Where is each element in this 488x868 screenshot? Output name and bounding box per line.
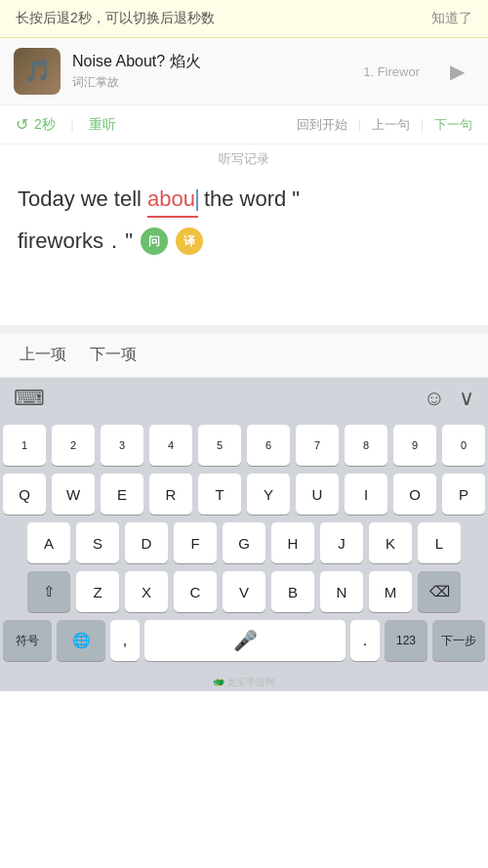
zxcv-row: ⇧ Z X C V B N M ⌫ (3, 571, 485, 612)
dictation-text: Today we tell abou the word " (0, 178, 488, 227)
key-n[interactable]: N (320, 571, 363, 612)
app-icon: 🎵 (14, 48, 61, 95)
word-quote: " (292, 182, 300, 216)
comma-key[interactable]: , (110, 620, 140, 661)
key-e[interactable]: E (101, 474, 143, 515)
return-key[interactable]: 下一步 (432, 620, 485, 661)
key-5[interactable]: 5 (198, 425, 241, 466)
word-we: we (81, 182, 108, 216)
key-k[interactable]: K (369, 522, 412, 563)
key-r[interactable]: R (149, 474, 192, 515)
num-key[interactable]: 123 (385, 620, 427, 661)
word-the: the (204, 182, 234, 216)
key-y[interactable]: Y (247, 474, 290, 515)
chinese-key[interactable]: 🌐 (57, 620, 105, 661)
controls-left: ↺ 2秒 ｜ 重听 (16, 115, 297, 134)
key-d[interactable]: D (125, 522, 168, 563)
key-o[interactable]: O (393, 474, 436, 515)
prev-sentence-button[interactable]: 上一句 (372, 116, 410, 134)
controls-row: ↺ 2秒 ｜ 重听 回到开始 ｜ 上一句 ｜ 下一句 (0, 105, 488, 145)
key-i[interactable]: I (345, 474, 387, 515)
replay-icon: ↺ (16, 115, 28, 134)
key-a[interactable]: A (27, 522, 70, 563)
go-start-button[interactable]: 回到开始 (297, 116, 347, 134)
key-v[interactable]: V (223, 571, 265, 612)
header-title-text: Noise About? 焰火 (72, 53, 201, 69)
key-9[interactable]: 9 (393, 425, 436, 466)
separator1: ｜ (65, 116, 79, 134)
key-l[interactable]: L (418, 522, 461, 563)
collapse-keyboard-icon[interactable]: ∨ (459, 386, 474, 411)
number-row: 1 2 3 4 5 6 7 8 9 0 (3, 425, 485, 466)
header-title: Noise About? 焰火 (72, 52, 240, 72)
banner-text: 长按后退2秒，可以切换后退秒数 (16, 10, 215, 27)
key-s[interactable]: S (76, 522, 119, 563)
word-tell: tell (114, 182, 142, 216)
question-button[interactable]: 问 (141, 227, 168, 255)
keyboard-toolbar: ⌨ ☺ ∨ (0, 378, 488, 419)
second-line: fireworks . " 问 译 (0, 227, 488, 255)
watermark-text: 龙宝手游网 (226, 677, 275, 687)
punct-period: . (111, 228, 117, 254)
key-8[interactable]: 8 (345, 425, 387, 466)
word-fireworks: fireworks (18, 228, 103, 254)
word-today: Today (18, 182, 75, 216)
emoji-icon[interactable]: ☺ (424, 386, 445, 411)
punct-quote: " (125, 228, 133, 254)
key-h[interactable]: H (271, 522, 314, 563)
asdf-row: A S D F G H J K L (3, 522, 485, 563)
period-key[interactable]: . (350, 620, 380, 661)
key-m[interactable]: M (369, 571, 412, 612)
key-b[interactable]: B (271, 571, 314, 612)
key-6[interactable]: 6 (247, 425, 290, 466)
keyboard: 1 2 3 4 5 6 7 8 9 0 Q W E R T Y U I O P … (0, 419, 488, 673)
watermark-icon: 🐲 (213, 677, 224, 687)
key-u[interactable]: U (296, 474, 339, 515)
next-sentence-button[interactable]: 下一句 (434, 116, 472, 134)
prev-item-button[interactable]: 上一项 (20, 345, 66, 365)
next-item-button[interactable]: 下一项 (90, 345, 137, 365)
track-label: 1. Firewor (252, 64, 427, 79)
key-q[interactable]: Q (3, 474, 46, 515)
nav-row: 上一项 下一项 (0, 333, 488, 378)
top-banner: 长按后退2秒，可以切换后退秒数 知道了 (0, 0, 488, 38)
key-p[interactable]: P (442, 474, 485, 515)
key-c[interactable]: C (174, 571, 217, 612)
key-0[interactable]: 0 (442, 425, 485, 466)
keyboard-icon[interactable]: ⌨ (14, 386, 45, 411)
controls-right: 回到开始 ｜ 上一句 ｜ 下一句 (297, 116, 472, 134)
key-z[interactable]: Z (76, 571, 119, 612)
shift-key[interactable]: ⇧ (27, 571, 70, 612)
replay-button[interactable]: 重听 (89, 116, 116, 134)
key-2[interactable]: 2 (52, 425, 95, 466)
word-abou: abou (147, 182, 198, 218)
banner-link[interactable]: 知道了 (431, 10, 472, 27)
key-x[interactable]: X (125, 571, 168, 612)
dictation-section: 听写记录 Today we tell abou the word " firew… (0, 145, 488, 267)
key-f[interactable]: F (174, 522, 217, 563)
key-j[interactable]: J (320, 522, 363, 563)
watermark-bar: 🐲 龙宝手游网 (0, 673, 488, 691)
key-7[interactable]: 7 (296, 425, 339, 466)
key-1[interactable]: 1 (3, 425, 46, 466)
bottom-row: 符号 🌐 , 🎤 . 123 下一步 (3, 620, 485, 661)
text-cursor (196, 189, 198, 211)
translate-button[interactable]: 译 (176, 227, 203, 255)
section-divider (0, 325, 488, 333)
key-w[interactable]: W (52, 474, 95, 515)
app-icon-image: 🎵 (14, 48, 61, 95)
delete-key[interactable]: ⌫ (418, 571, 461, 612)
qwerty-row: Q W E R T Y U I O P (3, 474, 485, 515)
header-info: Noise About? 焰火 词汇掌故 (72, 52, 240, 91)
symbols-key[interactable]: 符号 (3, 620, 52, 661)
key-t[interactable]: T (198, 474, 241, 515)
key-g[interactable]: G (223, 522, 265, 563)
seconds-badge[interactable]: 2秒 (34, 116, 56, 134)
word-word: word (240, 182, 287, 216)
space-key[interactable]: 🎤 (144, 620, 346, 661)
app-header: 🎵 Noise About? 焰火 词汇掌故 1. Firewor ▶ (0, 38, 488, 105)
key-3[interactable]: 3 (101, 425, 143, 466)
play-button[interactable]: ▶ (439, 54, 474, 89)
key-4[interactable]: 4 (149, 425, 192, 466)
content-spacer (0, 267, 488, 325)
